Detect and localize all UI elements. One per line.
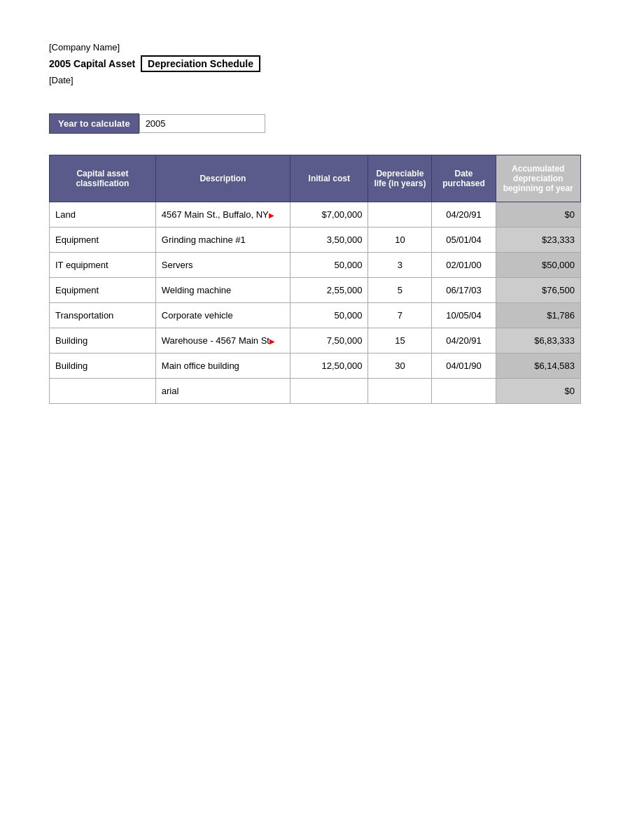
table-cell: 4567 Main St., Buffalo, NY▶ [155,202,290,227]
table-cell: Building [50,354,156,379]
table-cell: $0 [496,379,580,404]
overflow-indicator: ▶ [269,211,274,219]
table-cell: IT equipment [50,253,156,278]
table-cell: $50,000 [496,253,580,278]
header-date-purchased: Date purchased [432,155,496,202]
header-accum-depr: Accumulated depreciation beginning of ye… [496,155,580,202]
date-line: [Date] [49,75,581,85]
table-cell: Welding machine [155,278,290,303]
table-cell: arial [155,379,290,404]
year-input[interactable] [139,114,265,133]
table-cell: 10 [368,227,432,253]
overflow-indicator: ▶ [270,337,275,345]
table-row: BuildingWarehouse - 4567 Main St▶7,50,00… [50,328,581,354]
table-cell: 15 [368,328,432,354]
header-classification: Capital asset classification [50,155,156,202]
table-cell: 04/20/91 [432,328,496,354]
table-row: EquipmentGrinding machine #13,50,0001005… [50,227,581,253]
table-cell: 04/20/91 [432,202,496,227]
table-cell: $23,333 [496,227,580,253]
table-cell: 7,50,000 [290,328,368,354]
table-cell [368,202,432,227]
table-cell: Warehouse - 4567 Main St▶ [155,328,290,354]
table-cell: 50,000 [290,303,368,328]
table-cell: Transportation [50,303,156,328]
table-cell: Land [50,202,156,227]
report-title-prefix: 2005 Capital Asset [49,58,135,69]
table-cell: 7 [368,303,432,328]
table-cell: 3 [368,253,432,278]
table-cell: $7,00,000 [290,202,368,227]
year-section: Year to calculate [49,113,581,134]
table-cell: 3,50,000 [290,227,368,253]
table-cell: 30 [368,354,432,379]
table-cell: $76,500 [496,278,580,303]
table-cell [50,379,156,404]
table-cell [432,379,496,404]
table-row: arial$0 [50,379,581,404]
header-depr-life: Depreciable life (in years) [368,155,432,202]
table-cell: 50,000 [290,253,368,278]
table-row: Land4567 Main St., Buffalo, NY▶$7,00,000… [50,202,581,227]
table-row: TransportationCorporate vehicle50,000710… [50,303,581,328]
table-row: IT equipmentServers50,000302/01/00$50,00… [50,253,581,278]
table-cell [368,379,432,404]
header-section: [Company Name] 2005 Capital Asset Deprec… [49,42,581,85]
table-cell [290,379,368,404]
table-cell: 06/17/03 [432,278,496,303]
table-row: BuildingMain office building12,50,000300… [50,354,581,379]
table-cell: Corporate vehicle [155,303,290,328]
report-title: 2005 Capital Asset Depreciation Schedule [49,55,581,72]
table-cell: 02/01/00 [432,253,496,278]
company-name: [Company Name] [49,42,581,52]
table-header-row: Capital asset classification Description… [50,155,581,202]
table-cell: 5 [368,278,432,303]
table-cell: $1,786 [496,303,580,328]
header-description: Description [155,155,290,202]
table-cell: Building [50,328,156,354]
table-cell: Grinding machine #1 [155,227,290,253]
table-cell: $6,83,333 [496,328,580,354]
table-cell: 05/01/04 [432,227,496,253]
table-cell: 10/05/04 [432,303,496,328]
table-cell: 12,50,000 [290,354,368,379]
depreciation-table: Capital asset classification Description… [49,155,581,404]
table-cell: Servers [155,253,290,278]
table-cell: Equipment [50,278,156,303]
table-cell: Equipment [50,227,156,253]
report-title-box: Depreciation Schedule [141,55,260,72]
table-cell: 04/01/90 [432,354,496,379]
table-row: EquipmentWelding machine2,55,000506/17/0… [50,278,581,303]
year-label: Year to calculate [49,113,139,134]
table-cell: $6,14,583 [496,354,580,379]
table-cell: Main office building [155,354,290,379]
table-cell: $0 [496,202,580,227]
header-initial-cost: Initial cost [290,155,368,202]
table-cell: 2,55,000 [290,278,368,303]
